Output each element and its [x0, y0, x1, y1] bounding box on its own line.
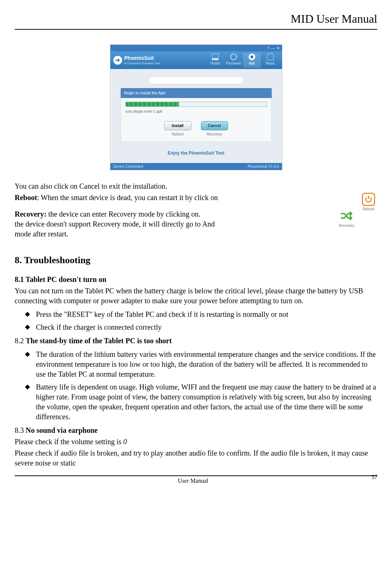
recovery-icon-box: Recovery	[338, 209, 355, 228]
home-icon	[212, 54, 219, 60]
status-left: Device Connected	[113, 164, 143, 169]
nav-apk[interactable]: Apk	[243, 53, 261, 68]
title-8-3: No sound via earphone	[26, 426, 98, 434]
phoenix-logo-icon: ➜	[113, 56, 122, 65]
app-statusbar: Device Connected PhoenixSuit V1.0.6	[110, 163, 282, 170]
para-8-1: You can not turn on the Tablet PC when t…	[15, 286, 377, 306]
progress-bar	[125, 102, 267, 107]
reboot-sublabel: Reboot	[164, 132, 191, 137]
install-button[interactable]: Install	[164, 121, 191, 130]
para-reboot: Reboot Reboot: When the smart device is …	[15, 193, 377, 203]
status-right: PhoenixSuit V1.0.6	[248, 164, 279, 169]
heading-8: 8. Troubleshooting	[15, 254, 377, 267]
progress-panel: com.skype.rover-1.apk Install Reboot Can…	[121, 98, 272, 142]
shuffle-icon	[340, 209, 353, 222]
nav-news[interactable]: News	[261, 53, 279, 68]
heading-8-1: 8.1 Tablet PC doesn't turn on	[15, 275, 377, 284]
recovery-line3: mode after restart.	[15, 230, 68, 238]
prefix-8-3: 8.3	[15, 426, 26, 434]
install-label: Begin to Install the Apk:	[121, 88, 272, 98]
app-topbar: ➜ PhoenixSuit A Convinced Firmware Tool …	[110, 51, 282, 69]
reboot-text: : When the smart device is dead, you can…	[37, 193, 218, 202]
reboot-icon-box: Reboot	[360, 193, 377, 212]
nav-home[interactable]: Home	[206, 53, 224, 68]
para-recovery: Recovery Recovery: the device can enter …	[15, 209, 377, 239]
list-8-1: Press the "RESET" key of the Tablet PC a…	[15, 309, 377, 332]
recovery-line1: the device can enter Recovery mode by cl…	[47, 210, 201, 218]
footer: User Manual 57	[15, 476, 377, 485]
brand-name: PhoenixSuit	[124, 55, 160, 62]
para-cancel: You can also click on Cancel to exit the…	[15, 181, 377, 191]
reboot-icon-label: Reboot	[363, 207, 374, 211]
recovery-sublabel: Recovery	[201, 132, 228, 137]
window-titlebar: ? — ✕	[110, 45, 282, 51]
minimize-icon: —	[271, 46, 275, 51]
recovery-line2: the device doesn't support Recovery mode…	[15, 220, 215, 228]
cancel-button[interactable]: Cancel	[201, 121, 228, 130]
list-item: Battery life is dependent on usage. High…	[36, 382, 377, 422]
app-tagline: Enjoy the PhoenixSuit Tool	[121, 150, 272, 156]
list-item: Check if the charger is connected correc…	[36, 322, 377, 332]
header-rule	[15, 29, 377, 30]
list-item: Press the "RESET" key of the Tablet PC a…	[36, 309, 377, 319]
title-8-2: The stand-by time of the Tablet PC is to…	[26, 337, 172, 345]
para-8-3b: Please check if audio file is broken, an…	[15, 448, 377, 468]
power-icon	[362, 193, 375, 206]
para-8-3a: Please check if the volume setting is 0	[15, 437, 377, 447]
apk-filename: com.skype.rover-1.apk	[125, 109, 267, 114]
page-header-title: MID User Manual	[15, 11, 377, 27]
heading-8-3: 8.3 No sound via earphone	[15, 425, 377, 435]
recovery-icon-label: Recovery	[339, 224, 354, 228]
app-body: Begin to Install the Apk: com.skype.rove…	[110, 69, 282, 163]
brand-sub: A Convinced Firmware Tool	[124, 62, 160, 66]
help-icon: ?	[267, 46, 269, 51]
page-number: 57	[371, 473, 377, 481]
apk-path-field[interactable]	[149, 76, 244, 84]
close-icon: ✕	[276, 46, 280, 51]
list-item: The duration of the lithium battery vari…	[36, 349, 377, 379]
reboot-label: Reboot	[15, 193, 37, 202]
recovery-label: Recovery:	[15, 210, 47, 218]
phoenixsuit-figure: ? — ✕ ➜ PhoenixSuit A Convinced Firmware…	[110, 44, 282, 170]
progress-fill	[126, 102, 179, 106]
nav-firmware[interactable]: Firmware	[225, 53, 242, 68]
cube-icon	[249, 54, 255, 60]
brand: PhoenixSuit A Convinced Firmware Tool	[124, 55, 160, 66]
prefix-8-2: 8.2	[15, 337, 26, 345]
news-icon	[267, 54, 274, 60]
list-8-2: The duration of the lithium battery vari…	[15, 349, 377, 422]
footer-center: User Manual	[15, 477, 371, 485]
anchor-icon	[230, 54, 237, 60]
heading-8-2: 8.2 The stand-by time of the Tablet PC i…	[15, 336, 377, 346]
